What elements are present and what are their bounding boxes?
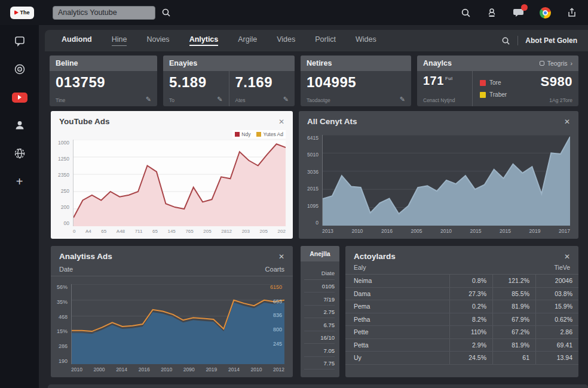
legend-label: Traber [489,91,507,98]
tab-novies[interactable]: Novies [146,35,169,46]
row-value: 110% [449,326,492,338]
globe-icon [13,147,26,160]
stat-value-superscript: Ful [445,76,453,81]
close-icon[interactable]: ✕ [564,252,570,261]
table-header-left: Ealy [354,264,366,271]
tab-vides[interactable]: Vides [277,35,295,46]
row-value: 81.9% [492,339,535,352]
table-row: Uy24.5%6113.94 [345,352,578,365]
row-value: 2.86 [535,326,578,338]
table-row: Neima0.8%121.2%20046 [345,275,578,288]
chart-area: 56%35%46815%286190 6150653836800245 2010… [57,284,284,372]
tab-argile[interactable]: Argile [238,35,257,46]
x-tick-label: 205 [260,229,268,234]
y-tick-label: 2350 [58,172,69,178]
row-value: 61 [492,352,535,364]
sidebar-item-dashboard[interactable] [11,33,28,50]
search-icon[interactable] [461,8,471,18]
y-tick-label: 1250 [58,156,69,162]
x-tick-label: 2005 [411,228,422,234]
edit-icon[interactable]: ✎ [283,96,289,103]
edit-icon[interactable]: ✎ [400,96,405,103]
row-value: 13.94 [535,352,578,364]
stat-sublabel: To [169,97,174,103]
y-tick-label: 6415 [307,135,318,141]
row-label: Pema [345,300,449,313]
y-tick-label: 468 [59,314,68,320]
x-tick-label: 65 [152,229,158,234]
x-tick-label: 2010 [161,367,172,372]
x-axis: 2010200020142016201020902019201420102012 [71,364,284,372]
row-value: 0.8% [449,275,492,287]
sidebar-item-add[interactable]: + [11,173,28,190]
x-tick-label: A48 [117,229,125,234]
tab-anlytics[interactable]: Anlytics [189,35,219,46]
stat-value: 104995 [307,75,405,90]
chart-area: 641550103036201510950 201320102016200520… [307,135,570,234]
plus-icon: + [16,175,23,187]
y-tick-label: 15% [57,328,68,334]
chart-area: 10001250235025020000 0A465A4871165145765… [58,140,286,234]
x-tick-label: 203 [242,229,250,234]
play-icon [18,95,22,100]
x-tick-label: 2015 [500,228,511,234]
table-body: Neima0.8%121.2%20046Dama27.3%85.5%03.8%P… [345,275,578,365]
close-icon[interactable]: ✕ [278,118,284,126]
y-tick-label: 200 [61,204,69,210]
stat-sublabel: Taodaotge [307,97,330,103]
reports-link[interactable]: Teogris › [540,60,572,67]
panel-title: YouTube Ads [59,117,110,126]
tab-porlict[interactable]: Porlict [315,35,336,46]
chevron-right-icon: › [571,60,573,67]
row-value: 0.62% [535,313,578,326]
account-lock-icon[interactable] [486,7,497,18]
card-title: Enayies [163,56,295,71]
youtube-icon [12,93,27,103]
value-label: 245 [273,341,282,347]
legend-swatch [256,132,261,137]
search-icon[interactable] [501,36,510,45]
x-tick-label: 765 [185,229,193,234]
stat-card-beline: Beline 013759 Tine ✎ [50,56,157,106]
chrome-icon[interactable] [540,7,551,19]
close-icon[interactable]: ✕ [564,118,570,126]
table-row: Pette110%67.2%2.86 [345,326,578,339]
value-label: 800 [273,327,282,332]
tab-audiond[interactable]: Audiond [62,35,92,46]
chart-canvas [323,135,570,226]
edit-icon[interactable]: ✎ [217,96,222,103]
x-tick-label: 2000 [94,367,105,372]
list-item: 7.75 [304,357,335,370]
anejlla-panel: Anejlla Diate 01057/192.756.7516/107.057… [301,246,339,377]
x-tick-label: 711 [135,229,143,234]
list-item: 6.75 [304,318,335,331]
y-tick-label: 35% [57,299,68,305]
close-icon[interactable]: ✕ [278,252,284,261]
sidebar-item-profile[interactable] [11,117,28,134]
tab-bar: AudiondHineNoviesAnlyticsArgileVidesPorl… [45,30,588,51]
sidebar-item-network[interactable] [11,145,28,162]
row-value: 0.2% [449,300,492,313]
sidebar-item-explore[interactable] [11,61,28,78]
top-bar: The [0,0,588,25]
tab-wides[interactable]: Wides [356,35,376,46]
share-upload-icon[interactable] [566,7,577,18]
notifications-chat[interactable] [513,7,524,18]
y-tick-label: 0 [316,220,318,226]
legend-label: Yutes Ad [263,131,283,137]
stat-value: 7.169 [235,75,289,90]
y-tick-label: 56% [57,284,68,290]
x-tick-label: 2019 [206,367,217,372]
list-item: 0105 [304,280,335,293]
y-tick-label: 5010 [307,152,318,158]
youtube-logo[interactable]: The [10,7,34,19]
search-icon[interactable] [161,8,171,17]
x-tick-label: 2013 [322,228,333,234]
search-input[interactable] [53,6,155,20]
account-name[interactable]: Abot Pet Golen [525,36,577,45]
x-tick-label: 2010 [351,228,363,234]
tab-hine[interactable]: Hine [112,35,127,46]
edit-icon[interactable]: ✎ [146,96,151,103]
table-row: Dama27.3%85.5%03.8% [345,288,578,301]
sidebar-item-youtube[interactable] [11,89,28,106]
